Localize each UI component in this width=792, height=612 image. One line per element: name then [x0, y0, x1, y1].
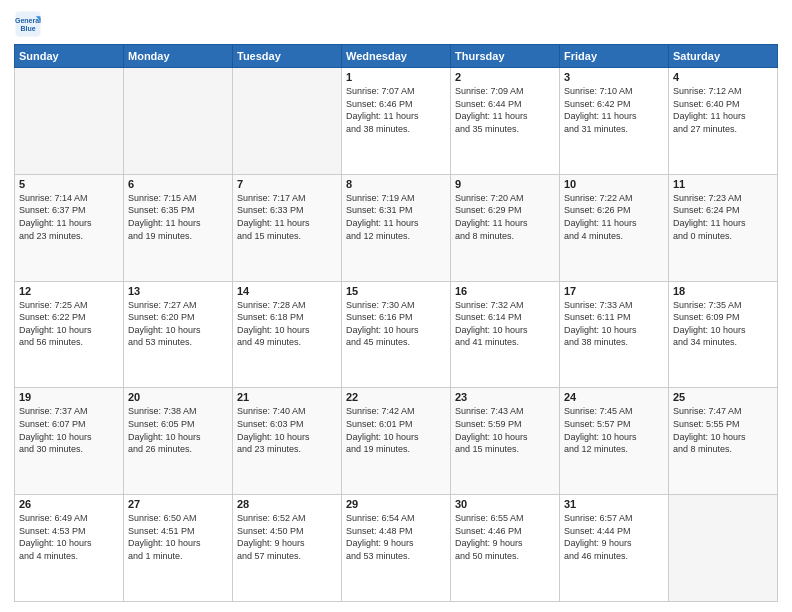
calendar-cell: 8Sunrise: 7:19 AM Sunset: 6:31 PM Daylig… — [342, 174, 451, 281]
day-info: Sunrise: 7:35 AM Sunset: 6:09 PM Dayligh… — [673, 299, 773, 349]
weekday-header: Tuesday — [233, 45, 342, 68]
day-number: 24 — [564, 391, 664, 403]
day-number: 25 — [673, 391, 773, 403]
day-number: 29 — [346, 498, 446, 510]
day-number: 4 — [673, 71, 773, 83]
day-info: Sunrise: 7:12 AM Sunset: 6:40 PM Dayligh… — [673, 85, 773, 135]
calendar-body: 1Sunrise: 7:07 AM Sunset: 6:46 PM Daylig… — [15, 68, 778, 602]
day-number: 1 — [346, 71, 446, 83]
day-info: Sunrise: 7:10 AM Sunset: 6:42 PM Dayligh… — [564, 85, 664, 135]
day-info: Sunrise: 7:30 AM Sunset: 6:16 PM Dayligh… — [346, 299, 446, 349]
weekday-row: SundayMondayTuesdayWednesdayThursdayFrid… — [15, 45, 778, 68]
calendar-cell: 16Sunrise: 7:32 AM Sunset: 6:14 PM Dayli… — [451, 281, 560, 388]
day-info: Sunrise: 7:23 AM Sunset: 6:24 PM Dayligh… — [673, 192, 773, 242]
calendar-cell: 18Sunrise: 7:35 AM Sunset: 6:09 PM Dayli… — [669, 281, 778, 388]
calendar-cell: 3Sunrise: 7:10 AM Sunset: 6:42 PM Daylig… — [560, 68, 669, 175]
day-info: Sunrise: 7:07 AM Sunset: 6:46 PM Dayligh… — [346, 85, 446, 135]
calendar-cell: 12Sunrise: 7:25 AM Sunset: 6:22 PM Dayli… — [15, 281, 124, 388]
calendar-cell: 27Sunrise: 6:50 AM Sunset: 4:51 PM Dayli… — [124, 495, 233, 602]
calendar-cell — [124, 68, 233, 175]
day-number: 31 — [564, 498, 664, 510]
calendar-cell: 14Sunrise: 7:28 AM Sunset: 6:18 PM Dayli… — [233, 281, 342, 388]
day-info: Sunrise: 7:37 AM Sunset: 6:07 PM Dayligh… — [19, 405, 119, 455]
calendar-cell: 19Sunrise: 7:37 AM Sunset: 6:07 PM Dayli… — [15, 388, 124, 495]
day-info: Sunrise: 7:19 AM Sunset: 6:31 PM Dayligh… — [346, 192, 446, 242]
day-info: Sunrise: 7:15 AM Sunset: 6:35 PM Dayligh… — [128, 192, 228, 242]
day-number: 8 — [346, 178, 446, 190]
day-number: 7 — [237, 178, 337, 190]
calendar-cell: 15Sunrise: 7:30 AM Sunset: 6:16 PM Dayli… — [342, 281, 451, 388]
day-number: 13 — [128, 285, 228, 297]
day-info: Sunrise: 7:27 AM Sunset: 6:20 PM Dayligh… — [128, 299, 228, 349]
calendar-cell: 10Sunrise: 7:22 AM Sunset: 6:26 PM Dayli… — [560, 174, 669, 281]
day-info: Sunrise: 7:38 AM Sunset: 6:05 PM Dayligh… — [128, 405, 228, 455]
day-info: Sunrise: 6:57 AM Sunset: 4:44 PM Dayligh… — [564, 512, 664, 562]
page: General Blue SundayMondayTuesdayWednesda… — [0, 0, 792, 612]
day-number: 12 — [19, 285, 119, 297]
calendar-week-row: 12Sunrise: 7:25 AM Sunset: 6:22 PM Dayli… — [15, 281, 778, 388]
calendar-cell: 30Sunrise: 6:55 AM Sunset: 4:46 PM Dayli… — [451, 495, 560, 602]
calendar-cell: 21Sunrise: 7:40 AM Sunset: 6:03 PM Dayli… — [233, 388, 342, 495]
day-number: 2 — [455, 71, 555, 83]
calendar-cell: 4Sunrise: 7:12 AM Sunset: 6:40 PM Daylig… — [669, 68, 778, 175]
day-info: Sunrise: 7:40 AM Sunset: 6:03 PM Dayligh… — [237, 405, 337, 455]
day-info: Sunrise: 6:49 AM Sunset: 4:53 PM Dayligh… — [19, 512, 119, 562]
day-number: 11 — [673, 178, 773, 190]
day-number: 6 — [128, 178, 228, 190]
calendar-table: SundayMondayTuesdayWednesdayThursdayFrid… — [14, 44, 778, 602]
day-number: 9 — [455, 178, 555, 190]
day-number: 19 — [19, 391, 119, 403]
calendar-cell: 26Sunrise: 6:49 AM Sunset: 4:53 PM Dayli… — [15, 495, 124, 602]
weekday-header: Monday — [124, 45, 233, 68]
calendar-cell: 29Sunrise: 6:54 AM Sunset: 4:48 PM Dayli… — [342, 495, 451, 602]
day-info: Sunrise: 7:09 AM Sunset: 6:44 PM Dayligh… — [455, 85, 555, 135]
day-info: Sunrise: 7:22 AM Sunset: 6:26 PM Dayligh… — [564, 192, 664, 242]
day-info: Sunrise: 7:28 AM Sunset: 6:18 PM Dayligh… — [237, 299, 337, 349]
day-info: Sunrise: 6:52 AM Sunset: 4:50 PM Dayligh… — [237, 512, 337, 562]
calendar-week-row: 26Sunrise: 6:49 AM Sunset: 4:53 PM Dayli… — [15, 495, 778, 602]
calendar-cell: 25Sunrise: 7:47 AM Sunset: 5:55 PM Dayli… — [669, 388, 778, 495]
day-number: 27 — [128, 498, 228, 510]
calendar-cell: 9Sunrise: 7:20 AM Sunset: 6:29 PM Daylig… — [451, 174, 560, 281]
day-number: 10 — [564, 178, 664, 190]
calendar-header: SundayMondayTuesdayWednesdayThursdayFrid… — [15, 45, 778, 68]
calendar-cell: 2Sunrise: 7:09 AM Sunset: 6:44 PM Daylig… — [451, 68, 560, 175]
day-info: Sunrise: 7:14 AM Sunset: 6:37 PM Dayligh… — [19, 192, 119, 242]
calendar-week-row: 1Sunrise: 7:07 AM Sunset: 6:46 PM Daylig… — [15, 68, 778, 175]
weekday-header: Sunday — [15, 45, 124, 68]
day-info: Sunrise: 7:20 AM Sunset: 6:29 PM Dayligh… — [455, 192, 555, 242]
calendar-cell: 23Sunrise: 7:43 AM Sunset: 5:59 PM Dayli… — [451, 388, 560, 495]
day-number: 21 — [237, 391, 337, 403]
day-number: 18 — [673, 285, 773, 297]
logo-icon: General Blue — [14, 10, 42, 38]
day-info: Sunrise: 7:33 AM Sunset: 6:11 PM Dayligh… — [564, 299, 664, 349]
day-number: 15 — [346, 285, 446, 297]
calendar-cell — [233, 68, 342, 175]
calendar-cell: 6Sunrise: 7:15 AM Sunset: 6:35 PM Daylig… — [124, 174, 233, 281]
calendar-cell: 24Sunrise: 7:45 AM Sunset: 5:57 PM Dayli… — [560, 388, 669, 495]
weekday-header: Friday — [560, 45, 669, 68]
calendar-week-row: 19Sunrise: 7:37 AM Sunset: 6:07 PM Dayli… — [15, 388, 778, 495]
calendar-cell: 31Sunrise: 6:57 AM Sunset: 4:44 PM Dayli… — [560, 495, 669, 602]
day-info: Sunrise: 7:32 AM Sunset: 6:14 PM Dayligh… — [455, 299, 555, 349]
day-info: Sunrise: 7:45 AM Sunset: 5:57 PM Dayligh… — [564, 405, 664, 455]
svg-text:General: General — [15, 17, 41, 24]
day-number: 22 — [346, 391, 446, 403]
day-info: Sunrise: 7:47 AM Sunset: 5:55 PM Dayligh… — [673, 405, 773, 455]
day-number: 28 — [237, 498, 337, 510]
calendar-cell: 5Sunrise: 7:14 AM Sunset: 6:37 PM Daylig… — [15, 174, 124, 281]
day-info: Sunrise: 7:43 AM Sunset: 5:59 PM Dayligh… — [455, 405, 555, 455]
weekday-header: Thursday — [451, 45, 560, 68]
weekday-header: Saturday — [669, 45, 778, 68]
calendar-cell: 22Sunrise: 7:42 AM Sunset: 6:01 PM Dayli… — [342, 388, 451, 495]
day-number: 23 — [455, 391, 555, 403]
calendar-cell: 1Sunrise: 7:07 AM Sunset: 6:46 PM Daylig… — [342, 68, 451, 175]
day-number: 3 — [564, 71, 664, 83]
day-number: 26 — [19, 498, 119, 510]
day-info: Sunrise: 6:55 AM Sunset: 4:46 PM Dayligh… — [455, 512, 555, 562]
logo: General Blue — [14, 10, 46, 38]
day-number: 5 — [19, 178, 119, 190]
day-number: 30 — [455, 498, 555, 510]
weekday-header: Wednesday — [342, 45, 451, 68]
day-number: 17 — [564, 285, 664, 297]
